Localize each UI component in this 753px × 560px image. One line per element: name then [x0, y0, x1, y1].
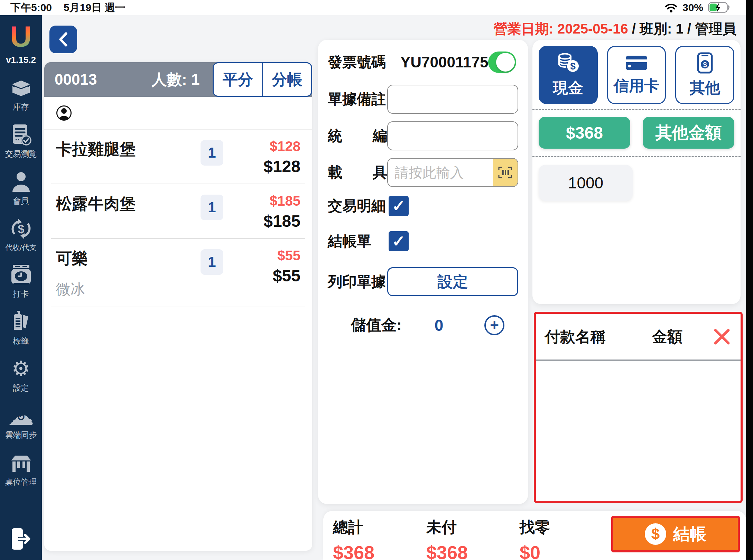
tab-split-bill[interactable]: 分帳 [263, 63, 312, 96]
sidebar-item-collect-pay[interactable]: $ 代收/代支 [6, 217, 37, 252]
item-quantity[interactable]: 1 [201, 249, 223, 275]
payment-list-panel: 付款名稱 金額 [534, 312, 743, 503]
item-name: 可樂 [56, 248, 201, 269]
order-number: 00013 [55, 71, 151, 88]
item-unit-price: $128 [233, 139, 300, 154]
payment-method-label: 現金 [553, 78, 583, 98]
clock-date: 5月19日 週一 [64, 1, 125, 15]
print-documents-label: 列印單據 [328, 272, 387, 291]
tab-split-evenly[interactable]: 平分 [214, 63, 263, 96]
change-stat: 找零 $0 [520, 517, 613, 560]
shift-operator: / 班別: 1 / 管理員 [628, 21, 736, 36]
divider [532, 156, 741, 157]
sidebar-item-label: 標籤 [13, 336, 29, 346]
clear-payments-button[interactable] [712, 327, 732, 346]
toggle-knob [496, 53, 515, 72]
receipt-label: 結帳單 [328, 232, 387, 251]
add-stored-value-button[interactable]: + [484, 315, 504, 335]
sidebar-item-members[interactable]: 會員 [11, 170, 31, 206]
inventory-box-icon [10, 76, 32, 100]
item-name: 卡拉雞腿堡 [56, 139, 201, 160]
chevron-left-icon [57, 31, 70, 48]
guest-row[interactable] [44, 97, 312, 130]
payment-amount-header: 金額 [652, 327, 682, 347]
split-tabs: 平分 分帳 [213, 62, 312, 97]
battery-charging-icon [708, 2, 731, 13]
sidebar-item-table-management[interactable]: 桌位管理 [5, 451, 37, 487]
invoice-toggle[interactable] [488, 52, 516, 73]
sidebar-item-transactions[interactable]: 交易瀏覽 [5, 123, 37, 159]
sidebar-item-cloud-sync[interactable]: ☁ ↻ 雲端同步 [5, 404, 37, 440]
payment-method-credit-card[interactable]: 信用卡 [607, 46, 666, 104]
credit-card-icon [625, 54, 648, 72]
app-version: v1.15.2 [6, 55, 36, 65]
receipt-check-icon [10, 123, 32, 147]
order-item-row[interactable]: 可樂 微冰 1 $55 $55 [51, 239, 305, 307]
sidebar-item-label: 會員 [13, 196, 29, 206]
wifi-icon [664, 2, 678, 13]
sidebar-item-clock-in[interactable]: 打卡 [10, 263, 32, 299]
receipt-checkbox[interactable]: ✓ [389, 231, 409, 251]
payment-panel: $ 現金 信用卡 $ [532, 40, 741, 304]
order-item-row[interactable]: 松露牛肉堡 1 $185 $185 [51, 184, 305, 239]
order-note-input[interactable] [387, 85, 518, 114]
stored-value-amount: 0 [435, 316, 444, 335]
item-total-price: $185 [233, 212, 300, 231]
sidebar-item-label: 打卡 [13, 289, 29, 299]
item-note: 微冰 [56, 280, 201, 299]
order-people-count: 人數: 1 [151, 69, 199, 90]
transaction-detail-checkbox[interactable]: ✓ [389, 196, 409, 216]
close-icon [712, 327, 732, 346]
table-icon [10, 451, 32, 475]
unpaid-stat: 未付 $368 [426, 517, 520, 560]
unpaid-label: 未付 [426, 517, 520, 538]
barcode-scan-button[interactable] [493, 159, 518, 186]
divider [536, 360, 741, 361]
app-logo: U [10, 21, 31, 51]
sidebar-item-label: 庫存 [13, 102, 29, 112]
payment-name-header: 付款名稱 [545, 327, 617, 347]
business-info: 營業日期: 2025-05-16 / 班別: 1 / 管理員 [494, 19, 736, 38]
total-value: $368 [333, 542, 426, 560]
sidebar: U v1.15.2 庫存 交易瀏覽 [0, 15, 42, 560]
item-quantity[interactable]: 1 [201, 140, 223, 166]
back-button[interactable] [49, 26, 77, 53]
payment-method-other[interactable]: $ 其他 [675, 46, 734, 104]
order-item-row[interactable]: 卡拉雞腿堡 1 $128 $128 [51, 130, 305, 184]
totals-bar: 總計 $368 未付 $368 找零 $0 $ 結帳 [323, 511, 746, 560]
item-quantity[interactable]: 1 [201, 195, 223, 220]
other-amount-button[interactable]: 其他金額 [643, 117, 734, 149]
carrier-label: 載具 [328, 163, 387, 182]
payment-method-cash[interactable]: $ 現金 [539, 46, 598, 104]
item-total-price: $55 [233, 266, 300, 285]
time-clock-icon [10, 263, 32, 287]
dollar-icon: $ [645, 523, 666, 545]
cash-suggestion-1000-button[interactable]: 1000 [539, 165, 633, 201]
sidebar-item-inventory[interactable]: 庫存 [10, 76, 32, 112]
gear-icon: ⚙ [12, 357, 30, 381]
payment-method-label: 信用卡 [614, 76, 659, 96]
order-panel: 00013 人數: 1 平分 分帳 卡拉雞腿堡 1 $128 $128 松露牛肉… [44, 62, 312, 551]
tax-id-input[interactable] [387, 121, 518, 150]
sidebar-item-settings[interactable]: ⚙ 設定 [12, 357, 30, 393]
exact-amount-button[interactable]: $368 [539, 117, 630, 149]
money-exchange-icon: $ [10, 217, 32, 241]
check-icon: ✓ [392, 197, 406, 215]
total-label: 總計 [333, 517, 426, 538]
sidebar-item-label: 雲端同步 [5, 430, 37, 440]
check-icon: ✓ [392, 232, 406, 251]
checkout-button[interactable]: $ 結帳 [611, 516, 740, 552]
sidebar-item-label: 交易瀏覽 [5, 149, 37, 159]
payment-method-label: 其他 [690, 78, 720, 98]
logout-button[interactable] [10, 527, 32, 551]
sidebar-item-label: 代收/代支 [6, 243, 37, 252]
stored-value-label: 儲值金: [351, 315, 402, 335]
sidebar-item-labels[interactable]: 標籤 [11, 310, 31, 346]
print-settings-button[interactable]: 設定 [387, 267, 518, 296]
screen-edge-strip [746, 0, 753, 560]
tax-id-label: 統編 [328, 126, 387, 146]
tags-icon [11, 310, 31, 334]
total-stat: 總計 $368 [333, 517, 426, 560]
item-unit-price: $185 [233, 193, 300, 209]
invoice-number-value: YU70001175 [400, 54, 488, 71]
